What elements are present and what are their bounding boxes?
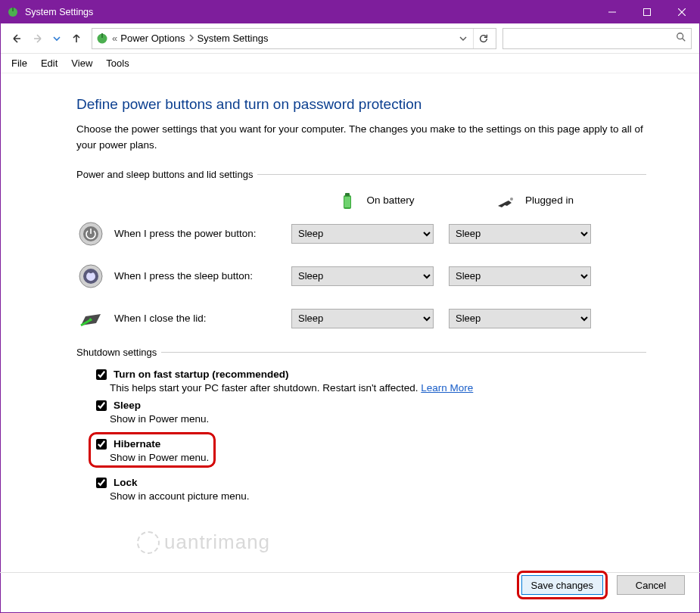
svg-rect-1	[12, 8, 14, 11]
page-description: Choose the power settings that you want …	[76, 122, 646, 154]
checkbox-description: Show in Power menu.	[110, 452, 209, 463]
select-lid-plugged[interactable]: Sleep	[449, 309, 591, 328]
select-power-button-plugged[interactable]: Sleep	[449, 224, 591, 244]
checkbox-lock[interactable]	[96, 478, 107, 488]
columns-header: On battery Plugged in	[76, 189, 646, 212]
checkbox-description: This helps start your PC faster after sh…	[110, 382, 646, 394]
checkbox-label: Sleep	[114, 400, 141, 411]
svg-rect-11	[345, 193, 350, 196]
plug-icon	[495, 189, 518, 212]
footer-region: Save changes Cancel	[0, 572, 700, 613]
power-options-icon	[95, 32, 109, 45]
footer: Save changes Cancel	[517, 565, 685, 605]
column-on-battery: On battery	[303, 189, 447, 212]
up-button[interactable]	[67, 30, 86, 48]
minimize-button[interactable]	[595, 1, 630, 23]
page-heading: Define power buttons and turn on passwor…	[76, 96, 646, 113]
checkbox-item-lock: Lock Show in account picture menu.	[93, 475, 646, 502]
cancel-button[interactable]: Cancel	[617, 575, 685, 595]
row-label: When I press the sleep button:	[114, 270, 291, 282]
watermark: uantrimang	[137, 531, 270, 554]
svg-line-9	[683, 39, 686, 42]
chevron-left-icon: «	[112, 33, 117, 44]
checkbox-item-sleep: Sleep Show in Power menu.	[93, 398, 646, 425]
power-button-icon	[76, 219, 105, 248]
row-label: When I close the lid:	[114, 313, 291, 324]
back-button[interactable]	[8, 30, 26, 48]
svg-rect-3	[644, 9, 651, 16]
checkbox-label: Lock	[114, 477, 138, 488]
section-label-text: Shutdown settings	[76, 347, 157, 358]
select-sleep-button-battery[interactable]: Sleep	[291, 266, 434, 286]
svg-point-13	[510, 198, 513, 201]
window-title: System Settings	[25, 7, 93, 17]
svg-point-8	[677, 33, 683, 39]
power-rows: When I press the power button: Sleep Sle…	[76, 219, 646, 333]
row-power-button: When I press the power button: Sleep Sle…	[76, 219, 646, 248]
battery-icon	[336, 189, 359, 212]
select-power-button-battery[interactable]: Sleep	[291, 224, 434, 244]
menu-edit[interactable]: Edit	[35, 56, 64, 70]
titlebar: System Settings	[1, 1, 699, 23]
section-label-text: Power and sleep buttons and lid settings	[76, 169, 253, 180]
save-highlight: Save changes	[517, 571, 608, 599]
search-icon	[676, 32, 686, 45]
column-plugged-in: Plugged in	[462, 189, 606, 212]
maximize-button[interactable]	[630, 1, 664, 23]
menu-tools[interactable]: Tools	[100, 56, 135, 70]
shutdown-settings: Turn on fast startup (recommended) This …	[76, 367, 646, 502]
checkbox-item-hibernate: Hibernate Show in Power menu.	[89, 432, 216, 468]
checkbox-sleep[interactable]	[96, 400, 107, 411]
save-button[interactable]: Save changes	[521, 575, 603, 595]
checkbox-description: Show in Power menu.	[110, 413, 646, 425]
refresh-button[interactable]	[473, 29, 493, 48]
toolbar: « Power Options System Settings	[1, 23, 699, 54]
breadcrumb-item-power-options[interactable]: Power Options	[117, 33, 188, 44]
lid-icon	[76, 304, 105, 333]
menu-view[interactable]: View	[65, 56, 98, 70]
app-icon	[7, 6, 19, 18]
select-lid-battery[interactable]: Sleep	[291, 309, 434, 328]
close-button[interactable]	[664, 1, 699, 23]
row-label: When I press the power button:	[114, 228, 291, 239]
forward-button[interactable]	[28, 30, 46, 48]
checkbox-label: Turn on fast startup (recommended)	[114, 369, 289, 380]
row-sleep-button: When I press the sleep button: Sleep Sle…	[76, 262, 646, 291]
section-shutdown-label: Shutdown settings	[76, 347, 646, 358]
column-label: Plugged in	[525, 194, 574, 206]
checkbox-fast-startup[interactable]	[96, 369, 107, 380]
menu-file[interactable]: File	[5, 56, 33, 70]
breadcrumb-item-system-settings[interactable]: System Settings	[194, 33, 272, 44]
watermark-icon	[137, 531, 160, 554]
svg-rect-12	[344, 197, 350, 207]
section-power-sleep-label: Power and sleep buttons and lid settings	[76, 169, 646, 180]
breadcrumb-label: System Settings	[198, 33, 269, 44]
menubar: File Edit View Tools	[1, 54, 699, 73]
learn-more-link[interactable]: Learn More	[421, 382, 473, 394]
svg-rect-7	[101, 33, 103, 38]
checkbox-item-fast-startup: Turn on fast startup (recommended) This …	[93, 367, 646, 394]
checkbox-label: Hibernate	[114, 438, 160, 450]
chevron-right-icon	[188, 33, 194, 44]
select-sleep-button-plugged[interactable]: Sleep	[449, 266, 591, 286]
divider	[161, 352, 646, 353]
address-dropdown-button[interactable]	[453, 29, 473, 48]
content-pane: Define power buttons and turn on passwor…	[1, 73, 699, 512]
checkbox-hibernate[interactable]	[96, 439, 107, 450]
checkbox-description: Show in account picture menu.	[110, 490, 646, 502]
column-label: On battery	[366, 194, 414, 206]
row-close-lid: When I close the lid: Sleep Sleep	[76, 304, 646, 333]
breadcrumb-label: Power Options	[120, 33, 185, 44]
divider	[257, 174, 646, 175]
sleep-button-icon	[76, 262, 105, 291]
address-bar[interactable]: « Power Options System Settings	[92, 28, 496, 49]
search-input[interactable]	[502, 28, 692, 49]
recent-locations-button[interactable]	[48, 30, 66, 48]
